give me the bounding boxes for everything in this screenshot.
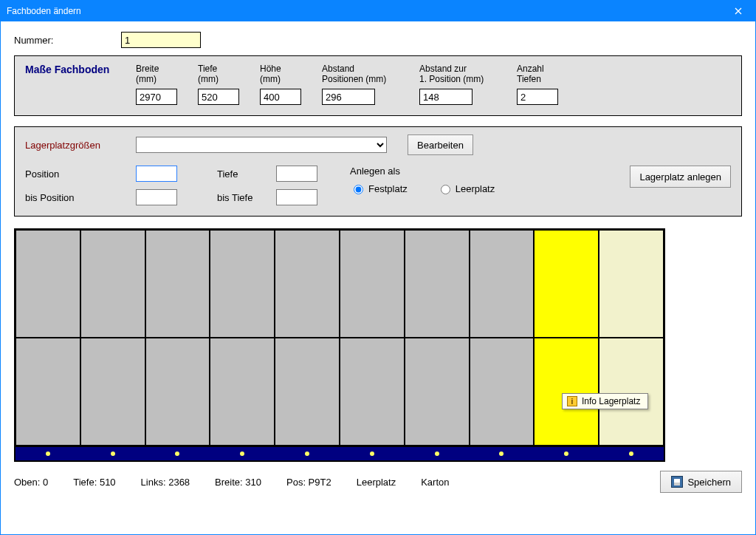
shelf-cell[interactable]: [16, 338, 80, 446]
tiefe-input[interactable]: [198, 89, 239, 105]
ruler-tick: [275, 447, 340, 460]
shelf-cell[interactable]: [340, 338, 405, 446]
bis-position-input[interactable]: [136, 189, 177, 205]
titlebar: Fachboden ändern: [1, 1, 755, 21]
info-tooltip-text: Info Lagerplatz: [582, 396, 640, 406]
shelf-cell[interactable]: [599, 338, 664, 446]
shelf-cell[interactable]: [210, 338, 275, 446]
shelf-cell[interactable]: [145, 338, 210, 446]
shelf-row: [16, 338, 664, 446]
create-lagerplatz-label: Lagerplatz anlegen: [639, 171, 721, 183]
create-lagerplatz-button[interactable]: Lagerplatz anlegen: [630, 166, 731, 188]
shelf-cell[interactable]: [470, 338, 535, 446]
shelf-cell[interactable]: [275, 338, 340, 446]
shelf-cell[interactable]: [599, 230, 664, 338]
shelf-cell[interactable]: [405, 230, 470, 338]
dimensions-panel: Maße Fachboden Breite(mm) Tiefe(mm) Höhe…: [14, 55, 742, 116]
shelf-cell[interactable]: [16, 230, 80, 338]
ruler-tick: [16, 447, 80, 460]
status-links: Links: 2368: [141, 477, 190, 488]
status-oben: Oben: 0: [14, 477, 48, 488]
festplatz-radio[interactable]: [354, 185, 363, 194]
ruler-tick: [340, 447, 405, 460]
status-pos: Pos: P9T2: [286, 477, 331, 488]
col-anzahl-tiefen: AnzahlTiefen: [517, 64, 568, 105]
col-tiefe-label: Tiefe(mm): [198, 64, 251, 89]
col-abstand-pos-label: AbstandPositionen (mm): [322, 64, 410, 89]
close-button[interactable]: [721, 1, 755, 21]
position-fields: Position Tiefe bis Position bis Tiefe: [25, 166, 328, 205]
shelf-cell[interactable]: [470, 230, 535, 338]
ruler-dot: [564, 451, 568, 456]
status-tiefe: Tiefe: 510: [73, 477, 115, 488]
window: Fachboden ändern Nummer: Maße Fachboden …: [0, 0, 756, 535]
viz-area: [14, 228, 742, 462]
window-title: Fachboden ändern: [1, 6, 721, 16]
close-icon: [735, 7, 742, 15]
tiefe-input2[interactable]: [276, 166, 317, 182]
bis-tiefe-input[interactable]: [276, 189, 317, 205]
status-breite: Breite: 310: [215, 477, 261, 488]
ruler-tick: [599, 447, 664, 460]
festplatz-radio-label[interactable]: Festplatz: [350, 183, 408, 194]
info-tooltip[interactable]: i Info Lagerplatz: [562, 393, 648, 409]
ruler-tick: [470, 447, 535, 460]
tiefe-label2: Tiefe: [217, 168, 276, 180]
bis-tiefe-label: bis Tiefe: [217, 192, 276, 203]
save-button[interactable]: Speichern: [660, 471, 742, 493]
shelf-cell[interactable]: [534, 338, 599, 446]
shelf-cell[interactable]: [210, 230, 275, 338]
shelf-cell[interactable]: [534, 230, 599, 338]
hoehe-input[interactable]: [260, 89, 301, 105]
ruler-tick: [210, 447, 275, 460]
col-hoehe: Höhe(mm): [260, 64, 313, 105]
col-abstand-first: Abstand zur1. Position (mm): [419, 64, 508, 105]
edit-button[interactable]: Bearbeiten: [408, 134, 473, 155]
number-input[interactable]: [121, 32, 201, 48]
status-karton: Karton: [421, 477, 449, 488]
col-breite-label: Breite(mm): [136, 64, 189, 89]
shelf-grid: [14, 228, 665, 447]
leerplatz-text: Leerplatz: [456, 183, 495, 194]
ruler-tick: [80, 447, 145, 460]
status-leerplatz: Leerplatz: [357, 477, 396, 488]
ruler-tick: [145, 447, 210, 460]
number-label: Nummer:: [14, 35, 121, 46]
ruler-dot: [46, 451, 50, 456]
breite-input[interactable]: [136, 89, 177, 105]
abstand-pos-input[interactable]: [322, 89, 375, 105]
col-breite: Breite(mm): [136, 64, 189, 105]
col-hoehe-label: Höhe(mm): [260, 64, 313, 89]
shelf-cell[interactable]: [405, 338, 470, 446]
edit-button-label: Bearbeiten: [417, 140, 464, 151]
ruler-dot: [175, 451, 179, 456]
anzahl-tiefen-input[interactable]: [517, 89, 558, 105]
shelf-cell[interactable]: [145, 230, 210, 338]
anlegen-block: Anlegen als Festplatz Leerplatz: [350, 166, 495, 194]
dimensions-title: Maße Fachboden: [25, 64, 136, 105]
ruler-dot: [305, 451, 309, 456]
ruler-dot: [111, 451, 115, 456]
sizes-select[interactable]: [136, 137, 387, 153]
ruler-dot: [499, 451, 504, 456]
shelf-ruler: [14, 447, 665, 462]
ruler-tick: [405, 447, 470, 460]
position-input[interactable]: [136, 166, 177, 182]
shelf-cell[interactable]: [80, 338, 145, 446]
ruler-dot: [629, 451, 633, 456]
sizes-row: Lagerplatzgrößen Bearbeiten: [25, 134, 731, 155]
bis-position-label: bis Position: [25, 192, 136, 203]
shelf-cell[interactable]: [275, 230, 340, 338]
shelf-row: [16, 230, 664, 338]
status-bar: Oben: 0 Tiefe: 510 Links: 2368 Breite: 3…: [14, 471, 742, 493]
shelf-cell[interactable]: [80, 230, 145, 338]
col-abstand-first-label: Abstand zur1. Position (mm): [419, 64, 508, 89]
shelf-cell[interactable]: [340, 230, 405, 338]
leerplatz-radio-label[interactable]: Leerplatz: [437, 183, 495, 194]
festplatz-text: Festplatz: [368, 183, 408, 194]
anlegen-label: Anlegen als: [350, 166, 495, 177]
col-tiefe: Tiefe(mm): [198, 64, 251, 105]
ruler-tick: [534, 447, 599, 460]
abstand-first-input[interactable]: [419, 89, 472, 105]
leerplatz-radio[interactable]: [441, 185, 450, 194]
